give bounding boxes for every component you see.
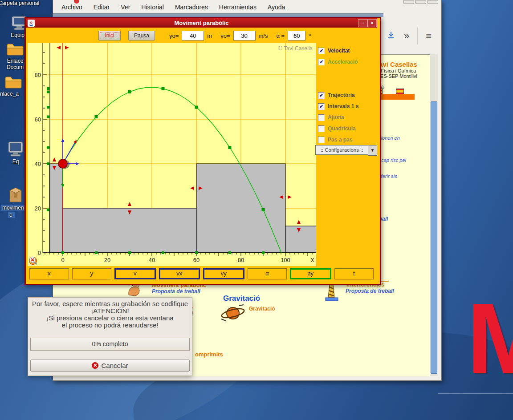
second-interval-marker <box>195 106 198 109</box>
applet-controls: Inici Pausa yo= m vo= m/s α = º <box>26 28 377 43</box>
trajectory-chart: 020406080020406080100X <box>28 43 316 266</box>
browser-toolbar-icons: » ≡ <box>386 28 432 44</box>
link-gravitacio[interactable]: Gravitació <box>249 306 275 312</box>
page-orange-banner <box>375 94 415 100</box>
drag-handle-up-icon[interactable] <box>53 158 56 162</box>
menu-items: ArchivoEditarVerHistorialMarcadoresHerra… <box>61 4 285 11</box>
desktop-icon-eq[interactable]: Eq <box>7 141 24 165</box>
heading-gravitacio: Gravitació <box>223 294 260 303</box>
menu-icon[interactable]: ≡ <box>426 31 432 41</box>
desktop-icon-label: movimen <box>1 205 25 211</box>
java-icon <box>28 20 35 27</box>
checkbox-intervals-1-s[interactable]: ✔Intervals 1 s <box>318 103 358 110</box>
checkbox-ajusta[interactable]: Ajusta <box>318 114 344 121</box>
checkbox-label: Pas a pas <box>328 137 352 143</box>
variable-button-ay[interactable]: ay <box>290 268 331 279</box>
browser-menubar: ArchivoEditarVerHistorialMarcadoresHerra… <box>53 0 441 13</box>
desktop-icon-carpeta-personal[interactable]: Carpeta personal <box>0 0 39 6</box>
checkbox-trajectòria[interactable]: ✔Trajectòria <box>318 92 355 99</box>
checkbox-acceleració[interactable]: ✔Acceleració <box>318 58 358 65</box>
desktop-icon-movimen[interactable]: movimen c <box>8 186 25 218</box>
drag-handle-up-icon[interactable] <box>297 220 301 224</box>
checkbox-unchecked-icon[interactable] <box>318 125 325 132</box>
menu-herramientas[interactable]: Herramientas <box>219 4 256 11</box>
menu-ver[interactable]: Ver <box>121 4 130 11</box>
drag-handle-right-icon[interactable] <box>65 46 69 49</box>
overflow-chevrons-icon[interactable]: » <box>404 31 409 41</box>
menu-marcadores[interactable]: Marcadores <box>175 4 208 11</box>
applet-minimize-button[interactable]: – <box>358 19 367 27</box>
cancel-button[interactable]: ✕ Cancelar <box>30 359 190 372</box>
link-proposta-treball-1[interactable]: Proposta de treball <box>152 288 200 295</box>
x-projection-marker <box>61 251 64 254</box>
menu-ayuda[interactable]: Ayuda <box>268 4 285 11</box>
x-projection-marker <box>195 251 198 254</box>
saturn-icon <box>220 303 246 325</box>
checkbox-checked-icon[interactable]: ✔ <box>318 103 325 110</box>
menu-archivo[interactable]: Archivo <box>61 4 82 11</box>
applet-close-button[interactable]: × <box>367 19 377 27</box>
desktop-icon-label: Docum <box>6 64 24 70</box>
variable-button-vy[interactable]: vy <box>203 268 244 279</box>
link-comprimits[interactable]: omprimits <box>195 351 223 358</box>
svg-text:20: 20 <box>35 205 41 212</box>
applet-window: Moviment parabòlic – × Inici Pausa yo= m… <box>24 17 381 285</box>
checkbox-checked-icon[interactable]: ✔ <box>318 92 325 99</box>
obstacle-bar[interactable] <box>49 164 63 253</box>
second-interval-marker <box>228 146 232 149</box>
second-interval-marker <box>128 90 131 93</box>
checkbox-label: Velocitat <box>328 48 350 54</box>
progress-bar: 0% completo <box>30 338 190 351</box>
checkbox-velocitat[interactable]: ✔Velocitat <box>318 47 350 54</box>
zoom-auto-icon[interactable]: A <box>39 256 49 266</box>
variable-button-vx[interactable]: vx <box>159 268 200 279</box>
checkbox-unchecked-icon[interactable] <box>318 114 325 121</box>
folder-icon <box>4 76 22 89</box>
second-interval-marker <box>95 115 98 118</box>
obstacle-bar[interactable] <box>285 226 316 253</box>
y0-input[interactable] <box>182 31 204 40</box>
x-axis-label: X <box>310 257 314 263</box>
alpha-input[interactable] <box>288 31 305 40</box>
variable-button-y[interactable]: y <box>72 268 112 279</box>
variable-button-x[interactable]: x <box>29 268 69 279</box>
v0-input[interactable] <box>233 31 256 40</box>
configurations-dropdown-value[interactable]: :: Configuracions :: <box>315 145 368 155</box>
configurations-dropdown[interactable]: :: Configuracions :: ▼ <box>315 145 377 155</box>
x-projection-marker <box>162 251 164 254</box>
chevron-down-icon[interactable]: ▼ <box>368 145 377 156</box>
projectile-ball[interactable] <box>58 159 67 168</box>
page-author[interactable]: Tavi Casellas <box>375 61 417 68</box>
y0-unit: m <box>207 32 212 39</box>
zoom-out-icon[interactable] <box>50 256 59 266</box>
drag-handle-up-icon[interactable] <box>128 202 131 206</box>
menu-historial[interactable]: Historial <box>141 4 164 11</box>
variable-button-t[interactable]: t <box>334 268 374 279</box>
desktop-icon-enlace-docum[interactable]: Enlace Docum <box>6 43 24 70</box>
pause-button[interactable]: Pausa <box>128 31 155 40</box>
variable-button-v[interactable]: v <box>114 268 156 279</box>
obstacle-bar[interactable] <box>63 208 196 253</box>
dialog-message-line4: el proceso no podrá reanudarse! <box>28 322 192 329</box>
page-scrollbar-thumb[interactable] <box>431 101 437 374</box>
checkbox-pas-a-pas[interactable]: Pas a pas <box>318 136 352 143</box>
checkbox-checked-icon[interactable]: ✔ <box>318 48 325 54</box>
drag-handle-left-icon[interactable] <box>190 186 194 190</box>
drag-handle-left-icon[interactable] <box>57 46 61 49</box>
menu-editar[interactable]: Editar <box>94 4 110 11</box>
desktop-icon-enlace-a[interactable]: nlace_a <box>4 76 22 97</box>
desktop: M Carpeta personal Equipo Enlace Docum n… <box>0 0 513 420</box>
checkbox-label: Intervals 1 s <box>328 103 358 109</box>
checkbox-unchecked-icon[interactable] <box>318 137 325 143</box>
drag-handle-right-icon[interactable] <box>288 195 292 199</box>
simulation-plot[interactable]: 020406080020406080100X © Tavi Casella A <box>28 43 316 266</box>
checkbox-quadrícula[interactable]: Quadrícula <box>318 125 356 132</box>
applet-titlebar[interactable]: Moviment parabòlic – × <box>26 18 377 28</box>
start-button[interactable]: Inici <box>98 31 121 40</box>
link-proposta-treball-2[interactable]: Proposta de treball <box>346 288 394 294</box>
download-icon[interactable] <box>386 30 396 42</box>
alpha-label: α = <box>276 32 285 39</box>
variable-button-α[interactable]: α <box>248 268 287 279</box>
obstacle-bar[interactable] <box>196 164 285 253</box>
checkbox-checked-icon[interactable]: ✔ <box>318 59 325 65</box>
